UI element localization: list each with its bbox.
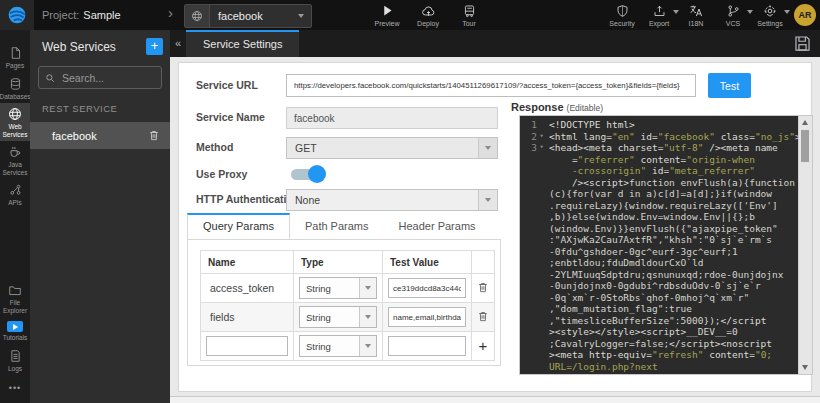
delete-param-icon[interactable] <box>477 281 489 294</box>
test-button[interactable]: Test <box>708 73 751 98</box>
panel-title: Web Services <box>42 40 116 54</box>
tab-header-params[interactable]: Header Params <box>384 213 491 240</box>
param-tabs: Query Params Path Params Header Params <box>187 213 491 240</box>
tab-query-params[interactable]: Query Params <box>187 213 290 240</box>
log-file-icon <box>9 349 22 363</box>
web-services-panel: Web Services + REST SERVICE facebook <box>30 30 170 403</box>
page-icon <box>9 46 22 60</box>
coffee-cup-icon <box>8 145 22 159</box>
security-button[interactable]: Security <box>609 4 635 27</box>
export-icon <box>653 4 666 18</box>
folder-icon <box>8 284 22 297</box>
shield-icon <box>616 4 629 18</box>
param-test-value-input[interactable] <box>388 278 466 298</box>
vcs-button[interactable]: VCS <box>720 4 746 27</box>
database-icon <box>9 77 22 91</box>
settings-button[interactable]: Settings <box>757 4 783 27</box>
param-type-select[interactable]: String <box>299 306 377 328</box>
sidebar-item-databases[interactable]: Databases <box>0 73 30 104</box>
bottom-strip <box>170 396 820 403</box>
chevron-down-icon <box>298 14 304 18</box>
sidebar-item-apis[interactable]: APIs <box>0 179 30 210</box>
sidebar-item-file-explorer[interactable]: File Explorer <box>0 280 30 317</box>
add-service-button[interactable]: + <box>146 38 163 55</box>
sidebar-item-java-services[interactable]: Java Services <box>0 141 30 179</box>
query-params-panel: Name Type Test Value access_token String <box>187 239 501 366</box>
service-search <box>38 66 162 89</box>
video-play-icon <box>7 321 23 332</box>
search-input[interactable] <box>60 71 155 85</box>
method-select[interactable]: GET <box>286 137 498 159</box>
response-code: 1<!DOCTYPE html>2▾<html lang="en" id="fa… <box>520 119 799 374</box>
service-name-input[interactable] <box>286 107 498 129</box>
service-item-facebook[interactable]: facebook <box>30 122 170 149</box>
chevron-down-icon <box>673 10 679 14</box>
chevron-down-icon <box>747 10 753 14</box>
rail-spacer <box>0 210 30 281</box>
scroll-up-icon[interactable] <box>802 120 808 125</box>
tab-service-settings[interactable]: Service Settings <box>186 30 299 57</box>
use-proxy-toggle[interactable] <box>291 169 323 180</box>
top-bar: Project: Sample › facebook Preview Dep <box>0 0 820 30</box>
editor-scrollbar[interactable] <box>798 116 812 374</box>
sidebar-item-logs[interactable]: Logs <box>0 345 30 376</box>
param-type-select[interactable]: String <box>299 277 377 299</box>
tour-button[interactable]: Tour <box>456 4 482 27</box>
main-area: « Service Settings Service URL Test Serv… <box>170 30 820 403</box>
param-type-select[interactable]: String <box>299 335 377 357</box>
scrollbar-thumb[interactable] <box>801 130 809 162</box>
method-label: Method <box>196 141 233 153</box>
rest-service-section-label: REST SERVICE <box>42 103 170 114</box>
collapse-panel-button[interactable]: « <box>172 35 184 52</box>
add-param-button[interactable]: + <box>479 339 488 353</box>
preview-button[interactable]: Preview <box>374 4 400 27</box>
left-nav-rail: Pages Databases Web Services Java Servic… <box>0 30 30 403</box>
param-test-value-input[interactable] <box>388 336 466 356</box>
user-avatar[interactable]: AR <box>794 4 816 26</box>
service-url-input[interactable] <box>286 74 696 97</box>
api-nodes-icon <box>9 183 22 197</box>
branch-icon <box>727 4 740 18</box>
http-auth-label: HTTP Authentication <box>196 193 299 205</box>
save-button[interactable] <box>793 34 812 53</box>
param-test-value-input[interactable] <box>388 307 466 327</box>
sidebar-item-tutorials[interactable]: Tutorials <box>0 317 30 345</box>
app-selector-dropdown[interactable]: facebook <box>184 4 312 28</box>
table-header-row: Name Type Test Value <box>201 251 495 274</box>
chevron-down-icon <box>359 307 376 327</box>
scroll-down-icon[interactable] <box>802 365 808 370</box>
search-icon <box>45 73 55 83</box>
topbar-tools: Security Export I18N VCS <box>609 0 816 30</box>
project-breadcrumb: Project: Sample <box>42 0 121 30</box>
i18n-button[interactable]: I18N <box>683 4 709 27</box>
play-icon <box>381 4 394 18</box>
chevron-down-icon <box>359 336 376 356</box>
response-editor[interactable]: 1<!DOCTYPE html>2▾<html lang="en" id="fa… <box>519 115 813 375</box>
param-name-input[interactable] <box>206 336 288 356</box>
toggle-knob <box>308 165 326 183</box>
gear-icon <box>763 4 777 18</box>
sidebar-item-pages[interactable]: Pages <box>0 42 30 73</box>
param-name: fields <box>201 303 294 332</box>
service-name-label: Service Name <box>196 111 265 123</box>
service-item-label: facebook <box>52 130 97 142</box>
app-logo[interactable] <box>0 0 34 30</box>
export-button[interactable]: Export <box>646 4 672 27</box>
delete-service-icon[interactable] <box>148 129 160 142</box>
project-name: Sample <box>83 9 120 21</box>
service-url-label: Service URL <box>196 79 258 91</box>
sidebar-item-web-services[interactable]: Web Services <box>0 103 30 141</box>
app-window: Project: Sample › facebook Preview Dep <box>0 0 820 403</box>
table-row: access_token String <box>201 274 495 303</box>
delete-param-icon[interactable] <box>477 310 489 323</box>
more-options-icon[interactable]: ••• <box>0 375 30 403</box>
param-name: access_token <box>201 274 294 303</box>
language-icon <box>689 4 703 18</box>
tab-path-params[interactable]: Path Params <box>290 213 384 240</box>
table-row-new: String + <box>201 332 495 361</box>
deploy-button[interactable]: Deploy <box>415 4 441 27</box>
use-proxy-label: Use Proxy <box>196 168 247 180</box>
http-auth-select[interactable]: None <box>286 189 498 211</box>
wavemaker-logo-icon <box>7 5 27 25</box>
globe-icon <box>185 5 210 27</box>
